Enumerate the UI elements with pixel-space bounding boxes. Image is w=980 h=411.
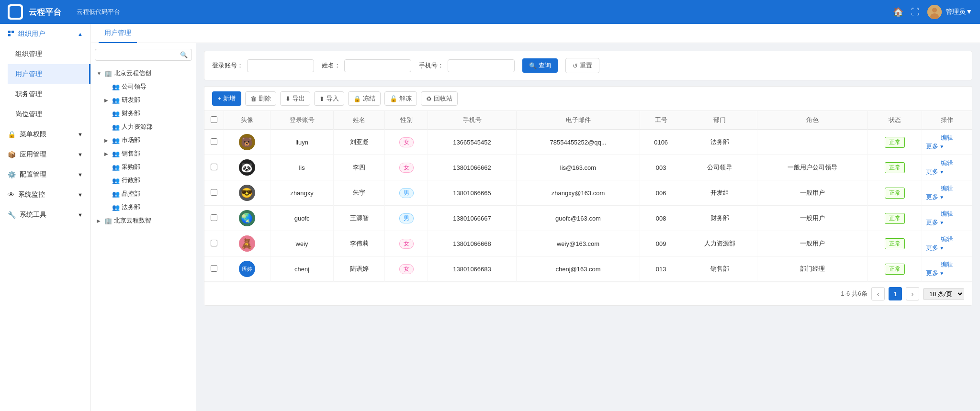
sidebar-arrow-menu: ▼ — [78, 132, 83, 137]
export-button[interactable]: ⬇ 导出 — [280, 91, 310, 106]
tree-search-icon[interactable]: 🔍 — [180, 51, 188, 58]
header: 云程平台 云程低代码平台 🏠 ⛶ 管理员▼ — [0, 0, 980, 24]
app-icon: 📦 — [8, 151, 16, 158]
login-label: 登录账号： — [212, 61, 243, 70]
sidebar-item-duty-manage[interactable]: 职务管理 — [8, 84, 90, 104]
dept-icon-market: 👥 — [112, 137, 120, 144]
edit-link[interactable]: 编辑 — [941, 210, 953, 217]
tree-node-company-leader[interactable]: 👥 公司领导 — [102, 80, 192, 93]
edit-link[interactable]: 编辑 — [941, 235, 953, 243]
search-icon: 🔍 — [529, 62, 537, 69]
th-gender: 性别 — [385, 111, 428, 130]
recycle-button[interactable]: ♻ 回收站 — [421, 91, 458, 106]
cell-status: 正常 — [868, 130, 922, 155]
import-button[interactable]: ⬆ 导入 — [314, 91, 344, 106]
cell-jobno: 009 — [640, 231, 682, 256]
tree-node-bj[interactable]: ▼ 🏢 北京云程信创 — [95, 67, 192, 80]
cell-checkbox — [204, 231, 224, 256]
tree-node-bj2[interactable]: ▶ 🏢 北京云程数智 — [95, 214, 192, 227]
sidebar-item-org-manage[interactable]: 组织管理 — [8, 44, 90, 64]
th-status: 状态 — [868, 111, 922, 130]
table-wrap: 头像 登录账号 姓名 性别 手机号 电子邮件 工号 部门 角色 状态 操作 — [204, 111, 972, 306]
cell-phone: 13801066665 — [428, 180, 517, 206]
dept-icon-qc: 👥 — [112, 190, 120, 198]
tree-node-admin-dept[interactable]: 👥 行政部 — [102, 174, 192, 187]
svg-rect-9 — [8, 34, 11, 36]
sidebar-item-menu-perm[interactable]: 🔒 菜单权限 ▼ — [0, 124, 90, 144]
cell-login: weiy — [270, 231, 334, 256]
login-input[interactable] — [247, 59, 314, 72]
logo — [8, 4, 23, 20]
reset-button[interactable]: ↺ 重置 — [565, 58, 599, 73]
delete-button[interactable]: 🗑 删除 — [245, 91, 276, 106]
tree-node-finance[interactable]: 👥 财务部 — [102, 107, 192, 120]
sidebar-item-sys-monitor[interactable]: 👁 系统监控 ▼ — [0, 185, 90, 205]
th-op: 操作 — [922, 111, 972, 130]
edit-link[interactable]: 编辑 — [941, 159, 953, 167]
sidebar-item-config-manage[interactable]: ⚙️ 配置管理 ▼ — [0, 165, 90, 185]
more-link[interactable]: 更多 ▼ — [926, 167, 968, 176]
more-link[interactable]: 更多 ▼ — [926, 193, 968, 201]
row-checkbox[interactable] — [211, 240, 217, 246]
page-next-btn[interactable]: › — [906, 287, 919, 300]
page-prev-btn[interactable]: ‹ — [871, 287, 885, 300]
row-checkbox[interactable] — [211, 138, 217, 145]
admin-label[interactable]: 管理员▼ — [946, 8, 972, 16]
edit-link[interactable]: 编辑 — [941, 261, 953, 268]
edit-link[interactable]: 编辑 — [941, 185, 953, 192]
more-link[interactable]: 更多 ▼ — [926, 218, 968, 227]
name-input[interactable] — [344, 59, 411, 72]
cell-gender: 男 — [385, 180, 428, 206]
sidebar-item-org-user[interactable]: 组织用户 ▲ — [0, 24, 90, 44]
delete-icon: 🗑 — [250, 95, 257, 102]
cell-role: 一般用户 — [757, 180, 868, 206]
sidebar-label-config-manage: 配置管理 — [20, 170, 46, 179]
more-link[interactable]: 更多 ▼ — [926, 269, 968, 278]
tree-node-sales[interactable]: ▶ 👥 销售部 — [102, 147, 192, 160]
unfreeze-button[interactable]: 🔓 解冻 — [384, 91, 417, 106]
query-button[interactable]: 🔍 查询 — [522, 58, 558, 73]
cell-op: 编辑 更多 ▼ — [922, 155, 972, 180]
page-size-select[interactable]: 10 条/页 20 条/页 50 条/页 — [923, 288, 964, 300]
page-1-btn[interactable]: 1 — [889, 287, 902, 300]
breadcrumb-tab[interactable]: 用户管理 — [99, 24, 137, 43]
sidebar-arrow-monitor: ▼ — [78, 192, 83, 198]
tree-node-market[interactable]: ▶ 👥 市场部 — [102, 133, 192, 147]
dept-icon-finance: 👥 — [112, 110, 120, 117]
cell-checkbox — [204, 130, 224, 155]
tree-node-rd[interactable]: ▶ 👥 研发部 — [102, 93, 192, 107]
cell-jobno: 008 — [640, 206, 682, 231]
tree-children-bj: 👥 公司领导 ▶ 👥 研发部 👥 财务部 — [95, 80, 192, 214]
expand-icon[interactable]: ⛶ — [911, 7, 920, 17]
freeze-button[interactable]: 🔒 冻结 — [348, 91, 381, 106]
tree-node-legal[interactable]: 👥 法务部 — [102, 200, 192, 214]
row-checkbox[interactable] — [211, 189, 217, 196]
cell-name: 刘亚凝 — [334, 130, 385, 155]
admin-avatar-wrap[interactable]: 管理员▼ — [927, 5, 972, 19]
cell-status: 正常 — [868, 231, 922, 256]
more-link[interactable]: 更多 ▼ — [926, 142, 968, 151]
sidebar-item-sys-tools[interactable]: 🔧 系统工具 ▼ — [0, 205, 90, 225]
sidebar-label-org-manage: 组织管理 — [15, 50, 42, 58]
sidebar-item-app-manage[interactable]: 📦 应用管理 ▼ — [0, 144, 90, 165]
cell-checkbox — [204, 180, 224, 206]
select-all-checkbox[interactable] — [211, 116, 217, 123]
home-icon[interactable]: 🏠 — [893, 7, 903, 17]
tools-icon: 🔧 — [8, 211, 16, 219]
sidebar-item-user-manage[interactable]: 用户管理 — [8, 64, 90, 84]
edit-link[interactable]: 编辑 — [941, 134, 953, 141]
phone-field: 手机号： — [419, 59, 515, 72]
tree-node-qc[interactable]: 👥 品控部 — [102, 187, 192, 200]
tree-node-purchase[interactable]: 👥 采购部 — [102, 160, 192, 174]
row-checkbox[interactable] — [211, 265, 217, 272]
sidebar-item-post-manage[interactable]: 岗位管理 — [8, 104, 90, 124]
row-checkbox[interactable] — [211, 214, 217, 221]
tree-node-hr[interactable]: 👥 人力资源部 — [102, 120, 192, 133]
tree-label-finance: 财务部 — [122, 109, 140, 118]
sidebar-arrow-config: ▼ — [78, 172, 83, 178]
row-checkbox[interactable] — [211, 164, 217, 170]
add-button[interactable]: + 新增 — [212, 91, 241, 106]
tree-search-input[interactable] — [99, 51, 180, 58]
more-link[interactable]: 更多 ▼ — [926, 244, 968, 252]
phone-input[interactable] — [448, 59, 515, 72]
